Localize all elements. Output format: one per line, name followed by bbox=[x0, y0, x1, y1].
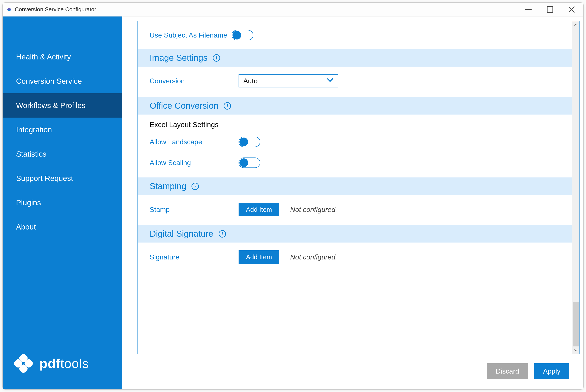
sidebar-item-label: Workflows & Profiles bbox=[16, 101, 85, 110]
sidebar-item-label: Conversion Service bbox=[16, 77, 82, 85]
stamp-add-button[interactable]: Add Item bbox=[239, 203, 279, 216]
stamp-label: Stamp bbox=[150, 206, 234, 214]
scrollbar[interactable] bbox=[572, 21, 580, 354]
section-title: Image Settings bbox=[150, 53, 208, 63]
allow-landscape-toggle[interactable] bbox=[239, 137, 260, 147]
sidebar-item-health[interactable]: Health & Activity bbox=[2, 45, 122, 69]
titlebar: Conversion Service Configurator bbox=[2, 2, 584, 16]
sidebar-item-label: Plugins bbox=[16, 198, 41, 207]
app-icon bbox=[6, 6, 12, 12]
conversion-label: Conversion bbox=[150, 77, 234, 85]
svg-rect-1 bbox=[547, 6, 553, 12]
conversion-value: Auto bbox=[243, 77, 258, 85]
excel-layout-subheader: Excel Layout Settings bbox=[138, 114, 572, 132]
sidebar: Health & Activity Conversion Service Wor… bbox=[2, 16, 122, 390]
scroll-track[interactable] bbox=[572, 29, 580, 346]
use-subject-toggle[interactable] bbox=[232, 30, 253, 40]
section-image-settings: Image Settings i bbox=[138, 49, 572, 66]
chevron-down-icon bbox=[327, 76, 334, 85]
scroll-up-icon[interactable] bbox=[572, 21, 580, 29]
sidebar-item-workflows[interactable]: Workflows & Profiles bbox=[2, 93, 122, 118]
sidebar-item-support[interactable]: Support Request bbox=[2, 166, 122, 190]
settings-frame: Use Subject As Filename Image Settings i… bbox=[137, 21, 580, 354]
use-subject-label: Use Subject As Filename bbox=[150, 31, 227, 39]
scroll-down-icon[interactable] bbox=[572, 346, 580, 354]
window-title: Conversion Service Configurator bbox=[15, 6, 96, 13]
section-title: Digital Signature bbox=[150, 229, 213, 239]
sidebar-item-label: Health & Activity bbox=[16, 52, 71, 61]
info-icon[interactable]: i bbox=[219, 230, 226, 238]
section-title: Office Conversion bbox=[150, 101, 218, 111]
sidebar-item-label: Support Request bbox=[16, 174, 73, 182]
sidebar-item-about[interactable]: About bbox=[2, 215, 122, 239]
footer-bar: Discard Apply bbox=[137, 357, 580, 385]
info-icon[interactable]: i bbox=[191, 183, 199, 190]
signature-status: Not configured. bbox=[290, 253, 337, 261]
main-panel: Use Subject As Filename Image Settings i… bbox=[122, 16, 584, 390]
brand-wordmark: pdftools bbox=[39, 356, 89, 371]
allow-landscape-label: Allow Landscape bbox=[150, 138, 234, 146]
minimize-button[interactable] bbox=[524, 5, 533, 14]
allow-scaling-label: Allow Scaling bbox=[150, 159, 234, 167]
apply-button[interactable]: Apply bbox=[534, 363, 569, 379]
app-window: Conversion Service Configurator Health &… bbox=[2, 2, 584, 390]
info-icon[interactable]: i bbox=[213, 54, 220, 62]
sidebar-item-plugins[interactable]: Plugins bbox=[2, 190, 122, 215]
section-office-conversion: Office Conversion i bbox=[138, 97, 572, 114]
section-title: Stamping bbox=[150, 181, 186, 191]
sidebar-item-label: About bbox=[16, 222, 36, 231]
info-icon[interactable]: i bbox=[224, 102, 231, 110]
conversion-select[interactable]: Auto bbox=[239, 74, 338, 88]
pdftools-logo-icon bbox=[12, 352, 34, 374]
sidebar-item-statistics[interactable]: Statistics bbox=[2, 142, 122, 166]
close-button[interactable] bbox=[567, 5, 577, 14]
section-digital-signature: Digital Signature i bbox=[138, 225, 572, 242]
allow-scaling-toggle[interactable] bbox=[239, 158, 260, 168]
sidebar-item-label: Integration bbox=[16, 126, 52, 134]
scroll-thumb[interactable] bbox=[573, 302, 579, 346]
discard-button[interactable]: Discard bbox=[487, 363, 528, 379]
signature-add-button[interactable]: Add Item bbox=[239, 250, 279, 264]
brand-logo: pdftools bbox=[2, 344, 122, 390]
sidebar-item-label: Statistics bbox=[16, 150, 46, 158]
sidebar-item-integration[interactable]: Integration bbox=[2, 118, 122, 142]
section-stamping: Stamping i bbox=[138, 178, 572, 195]
settings-content: Use Subject As Filename Image Settings i… bbox=[138, 21, 572, 354]
sidebar-item-conversion-service[interactable]: Conversion Service bbox=[2, 69, 122, 93]
maximize-button[interactable] bbox=[545, 5, 555, 14]
signature-label: Signature bbox=[150, 253, 234, 261]
stamp-status: Not configured. bbox=[290, 206, 337, 214]
